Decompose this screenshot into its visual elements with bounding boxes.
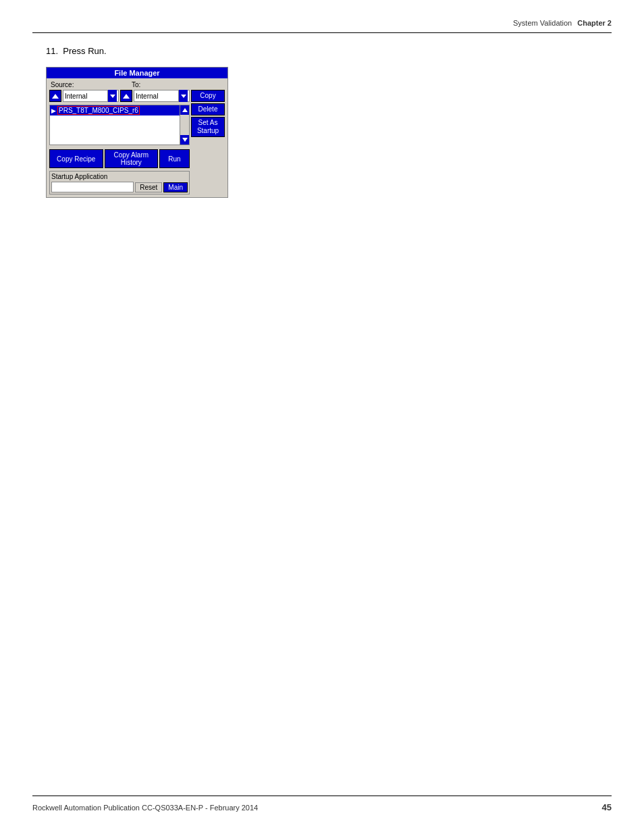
list-scroll-up[interactable] [180,105,190,115]
file-manager-dialog: File Manager Source: To: Internal [46,67,228,198]
selector-labels: Source: To: [49,81,225,88]
file-list-area: ▶ PRS_T8T_M800_CIPS_r6 [49,105,190,145]
copy-button[interactable]: Copy [191,90,225,102]
source-selector-row: Internal Internal [49,90,190,102]
right-buttons: Copy Delete Set As Startup [191,90,225,137]
list-item[interactable]: ▶ PRS_T8T_M800_CIPS_r6 [50,105,189,115]
to-label: To: [130,81,198,88]
item-name[interactable]: PRS_T8T_M800_CIPS_r6 [57,106,140,115]
to-dropdown[interactable]: Internal [134,90,190,102]
header-divider [32,32,612,33]
publication-info: Rockwell Automation Publication CC-QS033… [32,804,258,812]
file-manager-body: Source: To: Internal Internal [47,78,227,197]
left-panel: Internal Internal [49,90,190,194]
run-button[interactable]: Run [159,149,190,168]
main-button[interactable]: Main [163,182,188,192]
startup-input[interactable] [51,182,134,192]
main-content: 11. Press Run. File Manager Source: To: … [46,46,598,198]
item-arrow: ▶ [51,107,56,114]
reset-button[interactable]: Reset [135,182,162,192]
chapter-label: Chapter 2 [577,19,612,27]
page-header: System Validation Chapter 2 [513,19,612,27]
list-scrollbar [180,105,189,145]
list-scroll-down[interactable] [180,135,190,145]
footer-divider [32,796,612,796]
source-dropdown[interactable]: Internal [63,90,119,102]
source-up-button[interactable] [49,90,61,102]
source-down-arrow[interactable] [107,90,117,102]
delete-button[interactable]: Delete [191,103,225,115]
startup-section: Startup Application Reset Main [49,171,190,194]
page-footer: Rockwell Automation Publication CC-QS033… [32,802,612,812]
to-value: Internal [136,93,178,100]
to-down-arrow[interactable] [178,90,188,102]
page-number: 45 [602,802,612,812]
source-label: Source: [49,81,130,88]
file-manager-titlebar: File Manager [47,68,227,78]
copy-alarm-history-button[interactable]: Copy Alarm History [105,149,159,168]
main-row: Internal Internal [49,90,225,194]
startup-row: Reset Main [51,182,188,192]
to-up-button[interactable] [120,90,132,102]
bottom-buttons-row: Copy Recipe Copy Alarm History Run [49,149,190,168]
copy-recipe-button[interactable]: Copy Recipe [49,149,103,168]
section-title: System Validation [513,19,572,27]
set-as-startup-button[interactable]: Set As Startup [191,117,225,137]
step-label: 11. Press Run. [46,46,598,56]
startup-label: Startup Application [51,173,188,180]
source-value: Internal [65,93,107,100]
